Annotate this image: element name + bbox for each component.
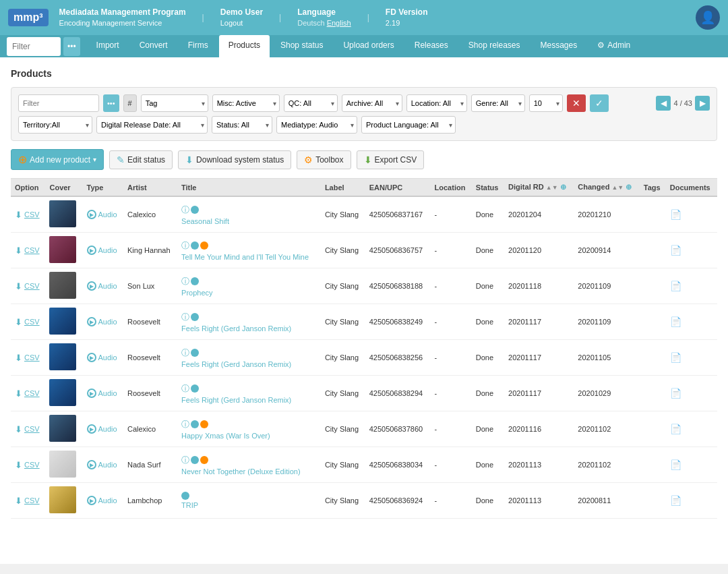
tab-shop-releases[interactable]: Shop releases bbox=[459, 35, 530, 57]
changed-filter-icon[interactable]: ⊕ bbox=[626, 183, 632, 191]
title-link[interactable]: Feels Right (Gerd Janson Remix) bbox=[181, 324, 291, 333]
info-icon[interactable]: ⓘ bbox=[181, 240, 189, 252]
csv-link[interactable]: CSV bbox=[24, 282, 40, 290]
document-icon[interactable]: 📄 bbox=[670, 495, 681, 506]
edit-status-button[interactable]: ✎ Edit status bbox=[109, 150, 173, 169]
product-language-select[interactable]: Product Language: All bbox=[361, 116, 456, 134]
document-icon[interactable]: 📄 bbox=[670, 424, 681, 434]
misc-select[interactable]: Misc: Active Misc: All Misc: Inactive bbox=[212, 94, 280, 112]
tab-upload-orders[interactable]: Upload orders bbox=[334, 35, 403, 57]
user-info: Demo User Logout bbox=[220, 7, 263, 28]
dropdown-arrow-icon: ▾ bbox=[93, 156, 96, 163]
tab-shop-status[interactable]: Shop status bbox=[271, 35, 332, 57]
title-link[interactable]: TRIP bbox=[181, 501, 198, 509]
audio-type-icon: ▶ bbox=[87, 496, 96, 505]
username: Demo User bbox=[220, 7, 263, 18]
title-link[interactable]: Prophecy bbox=[181, 289, 212, 297]
document-icon[interactable]: 📄 bbox=[670, 209, 681, 220]
territory-select[interactable]: Territory:All bbox=[18, 116, 92, 134]
csv-download-icon[interactable]: ⬇ bbox=[15, 210, 22, 220]
title-link[interactable]: Happy Xmas (War Is Over) bbox=[181, 432, 270, 440]
nav-filter-input[interactable] bbox=[7, 37, 61, 56]
info-icon[interactable]: ⓘ bbox=[181, 312, 189, 323]
document-icon[interactable]: 📄 bbox=[670, 281, 681, 291]
csv-download-icon[interactable]: ⬇ bbox=[15, 281, 22, 291]
col-digital-rd[interactable]: Digital RD ▲▼ ⊕ bbox=[504, 179, 574, 197]
csv-link[interactable]: CSV bbox=[24, 425, 40, 433]
csv-link[interactable]: CSV bbox=[24, 461, 40, 469]
info-icon[interactable]: ⓘ bbox=[181, 419, 189, 430]
filter-dots-button[interactable]: ••• bbox=[103, 94, 119, 112]
misc-select-wrap: Misc: Active Misc: All Misc: Inactive bbox=[212, 94, 280, 112]
csv-download-icon[interactable]: ⬇ bbox=[15, 246, 22, 256]
info-icon[interactable]: ⓘ bbox=[181, 455, 189, 466]
page-next-button[interactable]: ▶ bbox=[695, 96, 710, 111]
cell-ean: 4250506838294 bbox=[365, 376, 431, 411]
tag-select[interactable]: Tag bbox=[141, 94, 208, 112]
csv-link[interactable]: CSV bbox=[24, 318, 40, 326]
qc-select[interactable]: QC: All QC: Pass QC: Fail bbox=[284, 94, 338, 112]
document-icon[interactable]: 📄 bbox=[670, 459, 681, 470]
csv-download-icon[interactable]: ⬇ bbox=[15, 424, 22, 434]
tab-convert[interactable]: Convert bbox=[130, 35, 177, 57]
info-icon[interactable]: ⓘ bbox=[181, 347, 189, 359]
document-icon[interactable]: 📄 bbox=[670, 352, 681, 363]
csv-link[interactable]: CSV bbox=[24, 210, 40, 219]
per-page-select[interactable]: 10 25 50 100 bbox=[529, 94, 563, 112]
info-icon[interactable]: ⓘ bbox=[181, 276, 189, 287]
toolbox-button[interactable]: ⚙ Toolbox bbox=[297, 150, 351, 169]
document-icon[interactable]: 📄 bbox=[670, 245, 681, 256]
genre-select[interactable]: Genre: All bbox=[471, 94, 525, 112]
nav-filter-dots-button[interactable]: ••• bbox=[63, 37, 80, 56]
cell-digital-rd: 20201113 bbox=[504, 447, 574, 483]
lang-en[interactable]: English bbox=[327, 19, 351, 27]
title-link[interactable]: Tell Me Your Mind and I'll Tell You Mine bbox=[181, 253, 309, 261]
page-prev-button[interactable]: ◀ bbox=[656, 96, 671, 111]
csv-download-icon[interactable]: ⬇ bbox=[15, 317, 22, 327]
csv-link[interactable]: CSV bbox=[24, 496, 40, 505]
export-csv-button[interactable]: ⬇ Export CSV bbox=[357, 150, 425, 169]
cell-label: City Slang bbox=[321, 447, 365, 483]
tab-releases[interactable]: Releases bbox=[405, 35, 458, 57]
lang-de[interactable]: Deutsch bbox=[297, 19, 324, 27]
info-icon[interactable]: ⓘ bbox=[181, 383, 189, 395]
csv-download-icon[interactable]: ⬇ bbox=[15, 389, 22, 399]
csv-link[interactable]: CSV bbox=[24, 353, 40, 362]
filter-text-input[interactable] bbox=[18, 94, 99, 112]
tab-firms[interactable]: Firms bbox=[179, 35, 218, 57]
document-icon[interactable]: 📄 bbox=[670, 388, 681, 399]
title-link[interactable]: Feels Right (Gerd Janson Remix) bbox=[181, 396, 291, 404]
csv-download-icon[interactable]: ⬇ bbox=[15, 460, 22, 470]
digital-rd-filter-icon[interactable]: ⊕ bbox=[560, 183, 566, 191]
title-link[interactable]: Never Not Together (Deluxe Edition) bbox=[181, 467, 301, 476]
document-icon[interactable]: 📄 bbox=[670, 316, 681, 327]
mediatype-select[interactable]: Mediatype: Audio bbox=[276, 116, 357, 134]
cell-location: - bbox=[431, 447, 472, 483]
title-link[interactable]: Feels Right (Gerd Janson Remix) bbox=[181, 360, 291, 368]
cover-image bbox=[49, 200, 76, 227]
filter-apply-button[interactable]: ✓ bbox=[590, 94, 609, 112]
csv-link[interactable]: CSV bbox=[24, 246, 40, 254]
tab-admin[interactable]: ⚙ Admin bbox=[588, 35, 640, 57]
location-select[interactable]: Location: All bbox=[406, 94, 467, 112]
blue-circle-icon bbox=[191, 420, 199, 428]
csv-download-icon[interactable]: ⬇ bbox=[15, 353, 22, 363]
blue-circle-icon bbox=[191, 456, 199, 464]
tab-import[interactable]: Import bbox=[87, 35, 129, 57]
logout-link[interactable]: Logout bbox=[220, 19, 243, 27]
tab-products[interactable]: Products bbox=[219, 35, 270, 57]
col-changed[interactable]: Changed ▲▼ ⊕ bbox=[574, 179, 639, 197]
info-icon[interactable]: ⓘ bbox=[181, 204, 189, 216]
csv-download-icon[interactable]: ⬇ bbox=[15, 496, 22, 506]
archive-select[interactable]: Archive: All Archive: Yes Archive: No bbox=[342, 94, 402, 112]
release-date-select[interactable]: Digital Release Date: All bbox=[96, 116, 208, 134]
tab-messages[interactable]: Messages bbox=[531, 35, 587, 57]
add-new-product-button[interactable]: ⊕ Add new product ▾ bbox=[11, 149, 104, 170]
csv-link[interactable]: CSV bbox=[24, 389, 40, 397]
filter-clear-button[interactable]: ✕ bbox=[567, 94, 586, 112]
status-select[interactable]: Status: All bbox=[212, 116, 272, 134]
download-system-status-button[interactable]: ⬇ Download system status bbox=[178, 150, 291, 169]
status-select-wrap: Status: All bbox=[212, 116, 272, 134]
page-title: Products bbox=[11, 68, 717, 79]
title-link[interactable]: Seasonal Shift bbox=[181, 217, 229, 225]
